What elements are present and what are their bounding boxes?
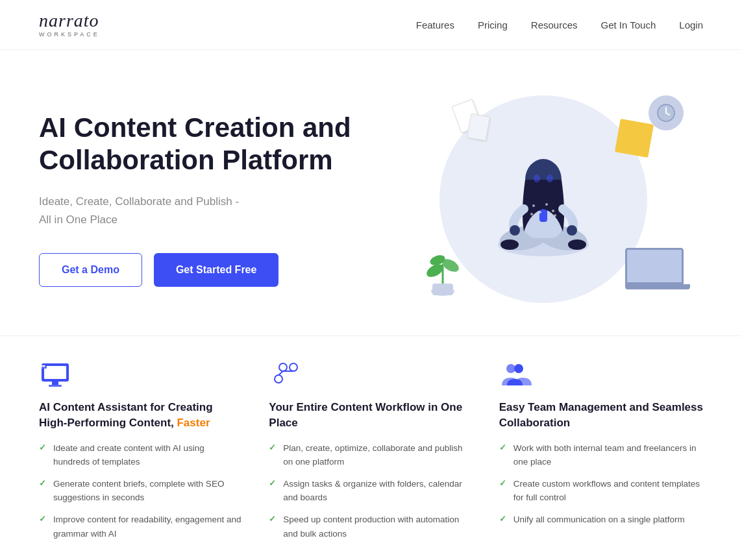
get-started-button[interactable]: Get Started Free: [154, 253, 278, 287]
svg-point-37: [275, 375, 282, 383]
hero-buttons: Get a Demo Get Started Free: [39, 253, 358, 287]
person-illustration: [459, 108, 628, 277]
svg-point-17: [545, 203, 548, 206]
laptop-base: [625, 284, 690, 289]
workflow-icon: [269, 362, 301, 388]
svg-point-13: [510, 225, 520, 236]
feature-title-workflow: Your Entire Content Workflow in One Plac…: [269, 400, 473, 431]
feature-item: Create custom workflows and content temp…: [499, 477, 703, 505]
nav-links: Features Pricing Resources Get In Touch …: [416, 19, 703, 30]
hero-subtitle-line2: All in One Place: [39, 213, 117, 226]
logo-sub: WORKSPACE: [39, 31, 100, 38]
feature-list-workflow: Plan, create, optimize, collaborate and …: [269, 441, 473, 541]
monitor-icon: [39, 362, 71, 388]
svg-point-19: [530, 213, 533, 215]
svg-point-7: [568, 239, 586, 250]
svg-line-38: [278, 371, 283, 375]
features-section: AI Content Assistant for Creating High-P…: [0, 335, 742, 560]
logo-text: narrato: [39, 12, 99, 30]
feature-item: Speed up content production with automat…: [269, 513, 473, 541]
nav-link-get-in-touch[interactable]: Get In Touch: [601, 19, 656, 30]
navigation: narrato WORKSPACE Features Pricing Resou…: [0, 0, 742, 50]
feature-list-team: Work with both internal team and freelan…: [499, 441, 703, 527]
svg-point-20: [554, 214, 556, 217]
feature-item: Work with both internal team and freelan…: [499, 441, 703, 469]
nav-link-resources[interactable]: Resources: [531, 19, 578, 30]
svg-rect-33: [52, 382, 58, 385]
laptop-screen: [625, 248, 684, 284]
logo[interactable]: narrato WORKSPACE: [39, 12, 100, 38]
plant-illustration: [423, 251, 462, 297]
feature-title-ai: AI Content Assistant for Creating High-P…: [39, 400, 243, 431]
feature-card-ai-content: AI Content Assistant for Creating High-P…: [39, 362, 243, 548]
hero-title: AI Content Creation and Collaboration Pl…: [39, 112, 358, 177]
svg-rect-22: [432, 284, 453, 295]
hero-subtitle-line1: Ideate, Create, Collaborate and Publish …: [39, 195, 239, 208]
team-icon: [499, 362, 532, 388]
svg-point-32: [43, 365, 45, 367]
nav-link-features[interactable]: Features: [416, 19, 454, 30]
feature-item: Generate content briefs, complete with S…: [39, 477, 243, 505]
clock-icon: [649, 95, 684, 130]
hero-subtitle: Ideate, Create, Collaborate and Publish …: [39, 193, 358, 230]
svg-point-41: [514, 364, 523, 373]
feature-title-team: Easy Team Management and Seamless Collab…: [499, 400, 703, 431]
feature-item: Unify all communication on a single plat…: [499, 513, 703, 527]
svg-rect-34: [49, 385, 62, 387]
feature-item: Plan, create, optimize, collaborate and …: [269, 441, 473, 469]
feature-card-team: Easy Team Management and Seamless Collab…: [499, 362, 703, 548]
svg-point-12: [547, 175, 553, 182]
nav-link-pricing[interactable]: Pricing: [478, 19, 508, 30]
demo-button[interactable]: Get a Demo: [39, 253, 142, 287]
svg-point-11: [534, 175, 540, 182]
illustration-container: [384, 95, 704, 303]
feature-item: Improve content for readability, engagem…: [39, 513, 243, 541]
svg-point-18: [552, 210, 554, 212]
svg-point-15: [532, 204, 535, 207]
svg-point-35: [290, 363, 297, 371]
svg-point-16: [539, 211, 541, 213]
svg-point-6: [501, 239, 519, 250]
laptop-illustration: [625, 248, 690, 290]
svg-point-40: [506, 364, 515, 373]
svg-rect-28: [44, 366, 66, 379]
feature-item: Assign tasks & organize with folders, ca…: [269, 477, 473, 505]
hero-content: AI Content Creation and Collaboration Pl…: [39, 112, 358, 287]
svg-point-31: [41, 365, 43, 367]
hero-section: AI Content Creation and Collaboration Pl…: [0, 50, 742, 335]
feature-list-ai: Ideate and create content with AI using …: [39, 441, 243, 541]
svg-point-14: [567, 225, 577, 236]
feature-card-workflow: Your Entire Content Workflow in One Plac…: [269, 362, 473, 548]
svg-point-36: [279, 363, 287, 371]
nav-link-login[interactable]: Login: [679, 19, 703, 30]
hero-illustration: [384, 89, 704, 310]
feature-item: Ideate and create content with AI using …: [39, 441, 243, 469]
